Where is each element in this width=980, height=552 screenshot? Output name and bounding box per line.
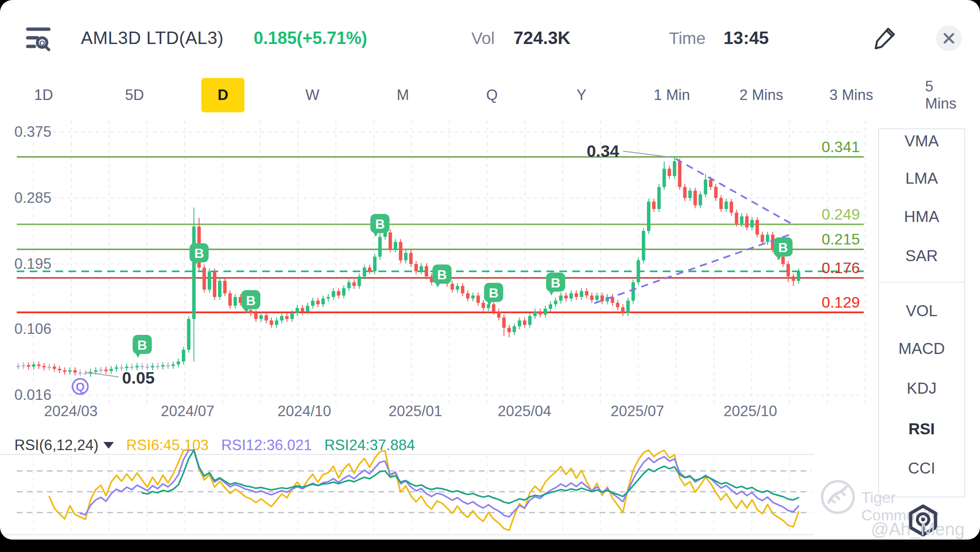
- rsi24-value: RSI24:37.884: [324, 437, 415, 454]
- sidebar-item-cci[interactable]: CCI: [879, 459, 964, 477]
- watchlist-search-icon[interactable]: Q: [25, 25, 52, 52]
- tab-1min[interactable]: 1 Min: [637, 78, 706, 112]
- rsi-indicator-selector[interactable]: RSI(6,12,24): [14, 437, 114, 454]
- svg-text:0.249: 0.249: [822, 206, 860, 223]
- svg-text:0.129: 0.129: [822, 294, 860, 311]
- indicator-sidebar: VMA LMA HMA SAR VOL MACD KDJ RSI CCI: [878, 128, 965, 497]
- sidebar-item-kdj[interactable]: KDJ: [879, 379, 964, 397]
- volume-value: 724.3K: [513, 28, 570, 48]
- svg-text:0.05: 0.05: [122, 368, 155, 387]
- svg-text:B: B: [551, 276, 560, 290]
- time-label: Time: [669, 29, 705, 48]
- svg-text:2025/07: 2025/07: [611, 403, 664, 420]
- svg-text:B: B: [437, 267, 446, 282]
- svg-text:0.176: 0.176: [822, 259, 860, 276]
- svg-text:B: B: [194, 246, 204, 261]
- svg-text:0.34: 0.34: [587, 142, 620, 160]
- svg-text:0.215: 0.215: [822, 231, 860, 248]
- sidebar-item-lma[interactable]: LMA: [879, 169, 964, 188]
- price-change: 0.185(+5.71%): [254, 28, 367, 48]
- sidebar-divider: [879, 282, 964, 283]
- svg-text:B: B: [375, 217, 385, 232]
- svg-text:Q: Q: [76, 380, 85, 393]
- svg-text:B: B: [778, 240, 788, 255]
- tab-5d[interactable]: 5D: [109, 78, 160, 112]
- rsi-indicator-name: RSI(6,12,24): [14, 437, 99, 454]
- svg-text:Q: Q: [39, 39, 45, 47]
- volume-label: Vol: [471, 29, 495, 48]
- timeframe-tabs: 1D 5D D W M Q Y 1 Min 2 Mins 3 Mins 5 Mi…: [0, 74, 980, 116]
- sidebar-item-vma[interactable]: VMA: [879, 132, 964, 150]
- edit-pencil-icon[interactable]: [871, 25, 898, 52]
- svg-text:0.341: 0.341: [822, 138, 860, 155]
- svg-text:0.195: 0.195: [14, 255, 52, 272]
- rsi6-value: RSI6:45.103: [126, 437, 209, 454]
- page-title: AML3D LTD(AL3): [81, 28, 223, 48]
- header: Q AML3D LTD(AL3) 0.185(+5.71%) Vol 724.3…: [0, 14, 980, 62]
- tab-q[interactable]: Q: [470, 78, 514, 112]
- svg-text:2025/04: 2025/04: [498, 403, 551, 420]
- tab-w[interactable]: W: [289, 78, 335, 112]
- svg-text:B: B: [137, 338, 147, 353]
- svg-text:2024/03: 2024/03: [44, 403, 98, 420]
- rsi-pane-header: RSI(6,12,24) RSI6:45.103 RSI12:36.021 RS…: [14, 435, 415, 455]
- rsi12-value: RSI12:36.021: [221, 437, 312, 454]
- time-value: 13:45: [724, 28, 769, 48]
- svg-text:0.285: 0.285: [14, 189, 52, 206]
- close-button[interactable]: [936, 25, 962, 51]
- sidebar-item-hma[interactable]: HMA: [879, 208, 964, 226]
- svg-text:2025/10: 2025/10: [724, 403, 777, 420]
- tab-1d[interactable]: 1D: [18, 78, 69, 112]
- svg-text:B: B: [489, 286, 498, 300]
- svg-text:2024/10: 2024/10: [278, 403, 331, 420]
- tab-2mins[interactable]: 2 Mins: [723, 78, 799, 112]
- svg-text:2024/07: 2024/07: [161, 403, 214, 420]
- svg-text:2025/01: 2025/01: [389, 403, 442, 420]
- svg-text:B: B: [246, 293, 256, 308]
- chart-window: 0.3750.2850.1950.1060.0162024/032024/072…: [0, 0, 980, 540]
- sidebar-item-rsi[interactable]: RSI: [879, 420, 964, 438]
- svg-text:0.375: 0.375: [14, 123, 52, 140]
- tab-5mins[interactable]: 5 Mins: [909, 69, 972, 121]
- chevron-down-icon: [103, 442, 114, 449]
- sidebar-item-sar[interactable]: SAR: [879, 247, 964, 265]
- svg-text:0.016: 0.016: [14, 386, 52, 403]
- tab-d[interactable]: D: [201, 78, 245, 112]
- close-icon: [943, 32, 955, 44]
- tab-m[interactable]: M: [380, 78, 425, 112]
- sidebar-item-macd[interactable]: MACD: [879, 340, 964, 358]
- tab-3mins[interactable]: 3 Mins: [813, 78, 889, 112]
- svg-text:0.106: 0.106: [14, 320, 52, 337]
- sidebar-item-vol[interactable]: VOL: [879, 302, 964, 320]
- tab-y[interactable]: Y: [560, 78, 603, 112]
